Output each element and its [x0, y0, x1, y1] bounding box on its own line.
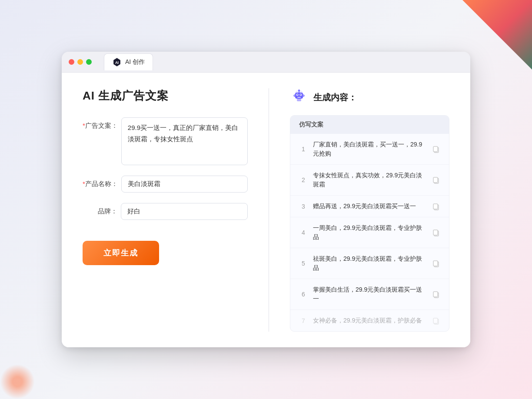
svg-point-10	[298, 90, 300, 91]
result-table: 仿写文案 1 厂家直销，美白淡斑霜，买一送一，29.9元抢购 2 专抹女性斑点，…	[290, 115, 449, 332]
table-row: 1 厂家直销，美白淡斑霜，买一送一，29.9元抢购	[290, 134, 449, 165]
title-bar: AI AI 创作	[62, 52, 470, 73]
robot-icon	[290, 88, 308, 106]
result-header: 生成内容：	[290, 88, 449, 106]
svg-rect-29	[433, 318, 438, 323]
svg-rect-11	[297, 99, 301, 101]
left-panel: AI 生成广告文案 *广告文案： 29.9买一送一，真正的厂家直销，美白淡斑霜，…	[83, 88, 248, 332]
right-panel: 生成内容： 仿写文案 1 厂家直销，美白淡斑霜，买一送一，29.9元抢购 2 专…	[290, 88, 449, 332]
result-title: 生成内容：	[313, 92, 357, 103]
row-text: 专抹女性斑点，真实功效，29.9元美白淡斑霜	[313, 171, 426, 189]
svg-point-7	[300, 94, 301, 95]
panel-divider	[269, 88, 269, 332]
copy-icon[interactable]	[432, 228, 440, 237]
svg-point-15	[303, 95, 304, 96]
tab-label: AI 创作	[125, 58, 145, 66]
svg-rect-19	[433, 177, 438, 183]
row-number: 6	[299, 291, 308, 298]
brand-label: 品牌：	[83, 203, 117, 216]
form-group-brand: 品牌：	[83, 203, 248, 220]
copy-icon[interactable]	[432, 176, 440, 184]
traffic-lights	[69, 59, 92, 65]
form-group-product-name: *产品名称：	[83, 176, 248, 193]
row-number: 4	[299, 229, 308, 236]
row-text: 女神必备，29.9元美白淡斑霜，护肤必备	[313, 316, 426, 325]
copy-icon[interactable]	[432, 145, 440, 153]
ai-tab-icon: AI	[112, 57, 122, 67]
main-content: AI 生成广告文案 *广告文案： 29.9买一送一，真正的厂家直销，美白淡斑霜，…	[62, 73, 470, 347]
maximize-button[interactable]	[86, 59, 92, 65]
corner-decoration-tr	[462, 0, 532, 70]
page-title: AI 生成广告文案	[83, 88, 248, 103]
copy-icon[interactable]	[432, 316, 440, 325]
svg-rect-8	[297, 97, 301, 98]
corner-decoration-bl	[0, 364, 35, 399]
row-text: 厂家直销，美白淡斑霜，买一送一，29.9元抢购	[313, 140, 426, 158]
row-text: 赠品再送，29.9元美白淡斑霜买一送一	[313, 202, 426, 211]
row-number: 2	[299, 176, 308, 183]
table-header: 仿写文案	[290, 116, 449, 134]
row-number: 3	[299, 203, 308, 210]
svg-point-14	[294, 95, 295, 96]
svg-rect-17	[433, 146, 438, 152]
table-row: 7 女神必备，29.9元美白淡斑霜，护肤必备	[290, 310, 449, 331]
svg-rect-25	[433, 261, 438, 266]
ad-text-input[interactable]: 29.9买一送一，真正的厂家直销，美白淡斑霜，专抹女性斑点	[121, 117, 248, 165]
svg-text:AI: AI	[115, 61, 119, 65]
copy-icon[interactable]	[432, 290, 440, 299]
table-row: 4 一周美白，29.9元美白淡斑霜，专业护肤品	[290, 217, 449, 248]
row-text: 祛斑美白，29.9元美白淡斑霜，专业护肤品	[313, 254, 426, 273]
row-text: 掌握美白生活，29.9元美白淡斑霜买一送一	[313, 285, 426, 303]
table-row: 2 专抹女性斑点，真实功效，29.9元美白淡斑霜	[290, 165, 449, 196]
row-number: 7	[299, 317, 308, 324]
product-name-input[interactable]	[121, 176, 248, 193]
copy-icon[interactable]	[432, 259, 440, 268]
row-number: 5	[299, 260, 308, 267]
form-group-ad-text: *广告文案： 29.9买一送一，真正的厂家直销，美白淡斑霜，专抹女性斑点	[83, 117, 248, 165]
brand-input[interactable]	[121, 203, 248, 220]
svg-rect-21	[433, 204, 438, 209]
close-button[interactable]	[69, 59, 74, 65]
ad-text-label: *广告文案：	[83, 117, 118, 131]
product-name-label: *产品名称：	[83, 176, 118, 189]
row-text: 一周美白，29.9元美白淡斑霜，专业护肤品	[313, 223, 426, 242]
tab-ai-create[interactable]: AI AI 创作	[104, 53, 153, 70]
generate-button[interactable]: 立即生成	[83, 241, 159, 265]
table-row: 3 赠品再送，29.9元美白淡斑霜买一送一	[290, 196, 449, 217]
svg-point-6	[297, 94, 298, 95]
browser-window: AI AI 创作 AI 生成广告文案 *广告文案： 29.9买一送一，真正的厂家…	[62, 52, 470, 347]
minimize-button[interactable]	[77, 59, 83, 65]
table-row: 5 祛斑美白，29.9元美白淡斑霜，专业护肤品	[290, 248, 449, 279]
copy-icon[interactable]	[432, 202, 440, 211]
row-number: 1	[299, 146, 308, 153]
table-row: 6 掌握美白生活，29.9元美白淡斑霜买一送一	[290, 279, 449, 310]
svg-rect-23	[433, 230, 438, 235]
svg-rect-27	[433, 292, 438, 297]
